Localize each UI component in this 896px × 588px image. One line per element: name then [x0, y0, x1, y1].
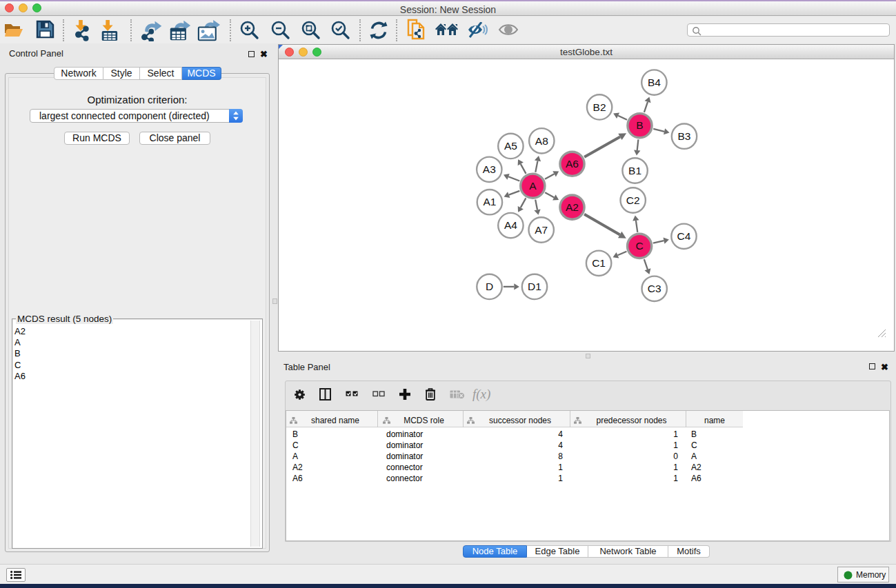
svg-text:A6: A6 — [566, 158, 579, 170]
svg-text:A1: A1 — [483, 196, 496, 207]
svg-text:A4: A4 — [504, 219, 517, 231]
svg-text:B3: B3 — [678, 130, 691, 142]
svg-text:B1: B1 — [628, 165, 641, 176]
svg-text:A3: A3 — [483, 163, 496, 175]
svg-text:C4: C4 — [677, 230, 691, 242]
svg-text:A2: A2 — [566, 201, 579, 213]
svg-text:D: D — [486, 281, 493, 292]
svg-text:A: A — [529, 180, 537, 192]
svg-text:A5: A5 — [504, 140, 517, 152]
svg-text:B2: B2 — [593, 101, 606, 113]
svg-text:C1: C1 — [592, 257, 606, 269]
svg-text:C: C — [635, 240, 643, 252]
svg-text:A7: A7 — [535, 224, 548, 236]
svg-text:B: B — [636, 119, 643, 131]
svg-text:A8: A8 — [535, 135, 548, 147]
svg-text:C2: C2 — [626, 194, 640, 206]
svg-text:B4: B4 — [648, 77, 661, 88]
svg-text:C3: C3 — [648, 283, 661, 294]
svg-text:D1: D1 — [528, 281, 541, 292]
